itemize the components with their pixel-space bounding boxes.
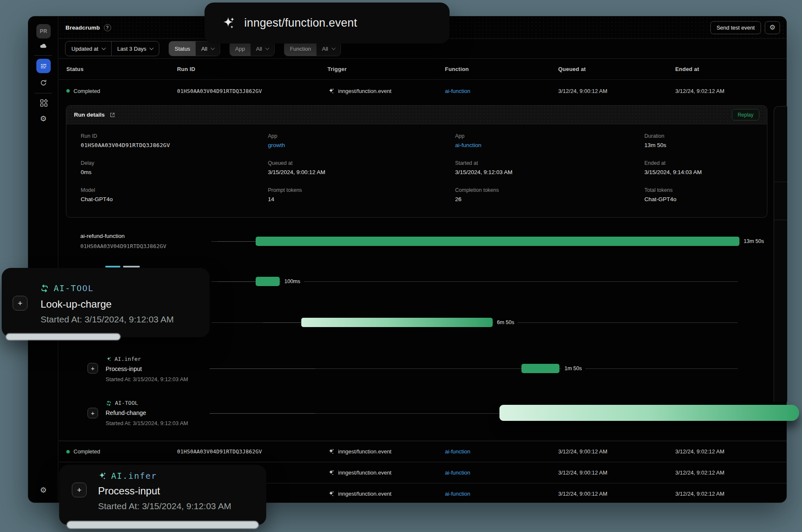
replay-button[interactable]: Replay bbox=[732, 109, 759, 120]
bottom-settings-gear-icon[interactable]: ⚙ bbox=[28, 486, 58, 494]
function-filter-value[interactable]: All bbox=[316, 41, 340, 56]
table-row[interactable]: Completed 01HS0AA03V04D91RTDQ3J862GV inn… bbox=[59, 80, 786, 102]
function-link[interactable]: ai-function bbox=[445, 469, 558, 476]
step-kind: AI-TOOL bbox=[54, 283, 94, 293]
function-link[interactable]: ai-function bbox=[445, 448, 558, 455]
queued-at: 3/12/24, 9:00:12 AM bbox=[558, 491, 675, 497]
table-row[interactable]: Completed 01HS0AA03V04D91RTDQ3J862GV inn… bbox=[59, 441, 786, 462]
apps-grid-icon[interactable] bbox=[28, 98, 58, 107]
field-label: Delay bbox=[81, 160, 268, 166]
col-trigger: Trigger bbox=[327, 66, 445, 72]
run-id: 01HS0AA03V04D91RTDQ3J862GV bbox=[177, 448, 327, 455]
sparkles-icon bbox=[106, 356, 112, 362]
ai-tool-overlay-card: + AI-TOOL Look-up-charge Started At: 3/1… bbox=[2, 268, 210, 337]
ended-at: 3/12/24, 9:02:12 AM bbox=[675, 88, 786, 94]
step-kind: AI.infer bbox=[115, 355, 141, 364]
queued-at: 3/12/24, 9:00:12 AM bbox=[558, 469, 675, 476]
app-link[interactable]: ai-function bbox=[455, 142, 644, 148]
function-link[interactable]: ai-function bbox=[445, 491, 558, 497]
runs-list-icon bbox=[39, 61, 48, 71]
trigger-name: inngest/function.event bbox=[338, 469, 391, 476]
sparkles-icon bbox=[327, 87, 335, 95]
queued-at: 3/12/24, 9:00:12 AM bbox=[558, 88, 675, 94]
field-label: Prompt tokens bbox=[268, 187, 455, 193]
sort-field-dropdown[interactable]: Updated at bbox=[65, 41, 111, 56]
step-started-at: Started At: 3/15/2024, 9:12:03 AM bbox=[106, 418, 188, 428]
sidebar: PR ⚙ ⚙ bbox=[28, 16, 58, 502]
model-value: Chat-GPT4o bbox=[81, 196, 268, 202]
external-link-icon[interactable] bbox=[109, 112, 116, 118]
timeline-bar[interactable] bbox=[256, 277, 280, 286]
avatar[interactable]: PR bbox=[36, 24, 51, 38]
expand-step-button[interactable]: + bbox=[87, 363, 98, 374]
status-filter-label: Status bbox=[169, 41, 196, 56]
repeat-tool-icon bbox=[106, 400, 112, 407]
sidebar-item-runs-active[interactable] bbox=[36, 59, 51, 73]
trigger-name: inngest/function.event bbox=[338, 88, 391, 94]
field-label: Ended at bbox=[644, 160, 767, 166]
field-label: Duration bbox=[644, 133, 767, 139]
ended-at: 3/12/24, 9:02:12 AM bbox=[675, 448, 786, 455]
step-started-at: Started At: 3/15/2024, 9:12:03 AM bbox=[106, 374, 188, 385]
sparkles-icon bbox=[327, 448, 335, 455]
duration-label: 100ms bbox=[281, 278, 304, 285]
duration-label: 1m 50s bbox=[561, 365, 585, 372]
status-dot bbox=[66, 450, 70, 453]
function-run-id: 01HS0AA03V04D91RTDQ3J862GV bbox=[80, 241, 166, 251]
sparkles-icon bbox=[327, 469, 335, 476]
timeline-bar[interactable] bbox=[256, 237, 739, 246]
settings-button[interactable]: ⚙ bbox=[765, 21, 780, 34]
field-label: App bbox=[455, 133, 644, 139]
app-window: PR ⚙ ⚙ Breadcrumb ? Send test event ⚙ bbox=[28, 16, 787, 503]
step-kind: AI.infer bbox=[111, 471, 157, 481]
expand-step-button[interactable]: + bbox=[87, 408, 98, 418]
step-name: Process-input bbox=[98, 485, 160, 497]
sidebar-divider bbox=[34, 93, 52, 93]
duration-label: 13m 50s bbox=[740, 237, 767, 245]
timeline-bar[interactable] bbox=[301, 318, 493, 327]
chevron-down-icon bbox=[150, 46, 154, 50]
clipped-label-fragment bbox=[123, 266, 140, 267]
status-filter-value[interactable]: All bbox=[196, 41, 219, 56]
function-filter-label: Function bbox=[284, 41, 316, 56]
trigger-name: inngest/function.event bbox=[338, 491, 391, 497]
timeline-bar[interactable] bbox=[499, 405, 799, 421]
status-text: Completed bbox=[74, 88, 100, 94]
timeline-bar[interactable] bbox=[521, 364, 559, 373]
function-link[interactable]: ai-function bbox=[445, 88, 558, 94]
ended-at-value: 3/15/2024, 9:14:03 AM bbox=[644, 169, 767, 175]
sync-icon[interactable] bbox=[28, 79, 58, 87]
expand-step-button[interactable]: + bbox=[13, 296, 27, 311]
col-queued-at: Queued at bbox=[558, 66, 675, 72]
chevron-down-icon bbox=[331, 46, 336, 50]
app-link[interactable]: growth bbox=[268, 142, 455, 148]
queued-at: 3/12/24, 9:00:12 AM bbox=[558, 448, 675, 455]
table-header: Status Run ID Trigger Function Queued at… bbox=[59, 59, 786, 80]
sidebar-divider bbox=[34, 55, 52, 56]
app-filter-value[interactable]: All bbox=[251, 41, 274, 56]
run-id-value: 01HS0AA03V04D91RTDQ3J862GV bbox=[81, 142, 268, 148]
chevron-down-icon bbox=[101, 46, 106, 50]
event-overlay-card: inngest/function.event bbox=[205, 3, 450, 44]
run-details-title: Run details bbox=[74, 112, 105, 118]
step-started-at: Started At: 3/15/2024, 9:12:03 AM bbox=[41, 314, 174, 325]
col-function: Function bbox=[445, 66, 558, 72]
prompt-tokens-value: 14 bbox=[268, 196, 455, 202]
run-details-header: Run details Replay bbox=[66, 106, 767, 124]
duration-value: 13m 50s bbox=[644, 142, 767, 148]
field-label: Run ID bbox=[81, 133, 268, 139]
expand-step-button[interactable]: + bbox=[72, 483, 87, 497]
help-icon[interactable]: ? bbox=[104, 24, 111, 31]
status-text: Completed bbox=[74, 448, 100, 455]
step-name: Process-input bbox=[106, 364, 188, 374]
function-name: ai-refund-function bbox=[80, 231, 166, 241]
step-started-at: Started At: 3/15/2024, 9:12:03 AM bbox=[98, 501, 231, 511]
app-filter-label: App bbox=[230, 41, 251, 56]
run-details-panel: Run details Replay Run ID01HS0AA03V04D91… bbox=[66, 105, 767, 218]
date-range-dropdown[interactable]: Last 3 Days bbox=[111, 41, 159, 56]
run-details-body: Run ID01HS0AA03V04D91RTDQ3J862GV Appgrow… bbox=[66, 124, 767, 210]
send-test-event-button[interactable]: Send test event bbox=[710, 21, 761, 34]
sort-filter: Updated at Last 3 Days bbox=[65, 41, 159, 56]
cloud-icon[interactable] bbox=[28, 42, 58, 50]
settings-gear-icon[interactable]: ⚙ bbox=[28, 115, 58, 123]
